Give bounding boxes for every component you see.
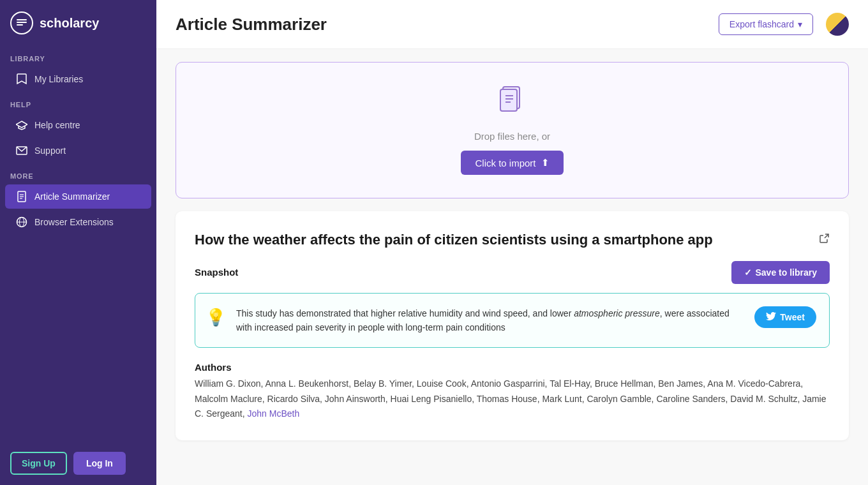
save-to-library-button[interactable]: ✓ Save to library xyxy=(731,261,830,284)
globe-icon xyxy=(15,216,28,228)
checkmark-icon: ✓ xyxy=(744,267,752,278)
sidebar-item-support[interactable]: Support xyxy=(5,138,151,163)
export-flashcard-button[interactable]: Export flashcard ▾ xyxy=(719,13,813,35)
file-upload-icon xyxy=(499,86,526,122)
article-title-row: How the weather affects the pain of citi… xyxy=(195,230,830,250)
drop-zone[interactable]: Drop files here, or Click to import ⬆ xyxy=(176,62,849,198)
page-title: Article Summarizer xyxy=(176,15,327,34)
svg-line-17 xyxy=(825,234,828,238)
svg-rect-1 xyxy=(17,22,27,23)
more-section-label: MORE xyxy=(0,163,156,184)
sidebar-logo: scholarcy xyxy=(0,0,156,46)
authors-text: William G. Dixon, Anna L. Beukenhorst, B… xyxy=(195,377,830,421)
authors-section: Authors William G. Dixon, Anna L. Beuken… xyxy=(195,362,830,421)
svg-rect-13 xyxy=(500,89,517,111)
tweet-button[interactable]: Tweet xyxy=(754,306,816,328)
svg-rect-0 xyxy=(17,19,27,20)
snapshot-row: Snapshot ✓ Save to library xyxy=(195,261,830,284)
chevron-down-icon: ▾ xyxy=(798,19,802,29)
header-right: Export flashcard ▾ xyxy=(719,13,849,36)
document-icon xyxy=(15,190,28,203)
external-link-icon[interactable] xyxy=(818,233,830,248)
login-button[interactable]: Log In xyxy=(73,452,126,475)
svg-rect-2 xyxy=(17,24,23,26)
sidebar: scholarcy LIBRARY My Libraries HELP Help… xyxy=(0,0,156,485)
scholarcy-logo-icon xyxy=(10,11,33,34)
author-link-john-mcbeth[interactable]: John McBeth xyxy=(248,408,300,419)
sidebar-item-article-summarizer[interactable]: Article Summarizer xyxy=(5,184,151,209)
drop-zone-text: Drop files here, or xyxy=(474,131,550,142)
sidebar-item-my-libraries[interactable]: My Libraries xyxy=(5,67,151,91)
article-title: How the weather affects the pain of citi… xyxy=(195,230,808,250)
upload-icon: ⬆ xyxy=(541,157,550,168)
graduation-icon xyxy=(15,119,28,131)
import-button[interactable]: Click to import ⬆ xyxy=(461,151,563,175)
article-card: How the weather affects the pain of citi… xyxy=(176,211,849,440)
signup-button[interactable]: Sign Up xyxy=(10,452,67,475)
sidebar-item-browser-extensions[interactable]: Browser Extensions xyxy=(5,210,151,234)
bookmark-icon xyxy=(15,73,28,86)
twitter-icon xyxy=(766,312,776,322)
sidebar-bottom-actions: Sign Up Log In xyxy=(0,442,156,485)
help-section-label: HELP xyxy=(0,92,156,112)
snapshot-text: This study has demonstrated that higher … xyxy=(236,306,744,335)
lightbulb-icon: 💡 xyxy=(206,308,226,327)
snapshot-box: 💡 This study has demonstrated that highe… xyxy=(195,293,830,348)
library-section-label: LIBRARY xyxy=(0,46,156,66)
theme-toggle-button[interactable] xyxy=(826,13,849,36)
envelope-icon xyxy=(15,144,28,157)
main-content-area: Article Summarizer Export flashcard ▾ Dr… xyxy=(156,0,868,485)
authors-label: Authors xyxy=(195,362,830,373)
main-header: Article Summarizer Export flashcard ▾ xyxy=(156,0,868,49)
svg-marker-3 xyxy=(16,121,27,128)
sidebar-item-help-centre[interactable]: Help centre xyxy=(5,113,151,137)
main-content: Drop files here, or Click to import ⬆ Ho… xyxy=(156,49,868,453)
snapshot-label: Snapshot xyxy=(195,267,238,278)
